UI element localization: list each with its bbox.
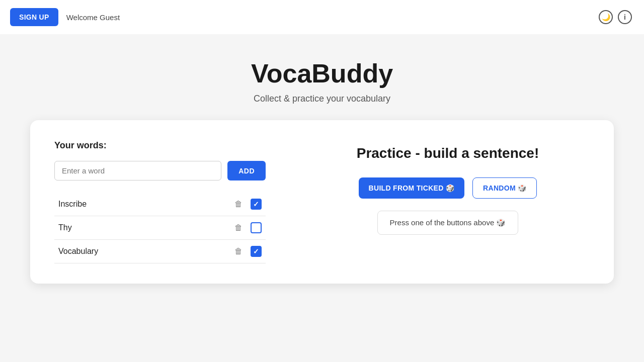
welcome-text: Welcome Guest [66,13,120,22]
word-checkbox[interactable] [251,222,262,233]
left-section: Your words: ADD Inscribe 🗑 Thy 🗑 Vocabul… [54,140,266,263]
build-from-ticked-button[interactable]: BUILD FROM TICKED 🎲 [359,177,464,199]
word-item: Vocabulary 🗑 [54,240,266,263]
word-input[interactable] [54,161,221,180]
signup-button[interactable]: SIGN UP [10,8,58,26]
practice-hint-box: Press one of the buttons above 🎲 [377,211,519,235]
word-item: Thy 🗑 [54,216,266,240]
delete-icon[interactable]: 🗑 [234,247,243,256]
header: SIGN UP Welcome Guest 🌙 i [0,0,644,34]
delete-icon[interactable]: 🗑 [234,223,243,232]
main-card: Your words: ADD Inscribe 🗑 Thy 🗑 Vocabul… [30,120,614,284]
word-name: Thy [58,223,228,232]
your-words-label: Your words: [54,140,266,151]
info-icon[interactable]: i [618,10,632,24]
add-button[interactable]: ADD [227,161,266,180]
word-name: Vocabulary [58,247,228,256]
dark-mode-icon[interactable]: 🌙 [599,10,613,24]
random-button[interactable]: RANDOM 🎲 [472,177,537,199]
word-checkbox[interactable] [251,246,262,257]
delete-icon[interactable]: 🗑 [234,200,243,209]
word-list: Inscribe 🗑 Thy 🗑 Vocabulary 🗑 [54,193,266,263]
practice-buttons: BUILD FROM TICKED 🎲 RANDOM 🎲 [359,177,537,199]
word-item: Inscribe 🗑 [54,193,266,216]
hero-section: VocaBuddy Collect & practice your vocabu… [0,34,644,120]
header-icons: 🌙 i [599,10,632,24]
practice-title: Practice - build a sentence! [357,145,539,161]
app-subtitle: Collect & practice your vocabulary [0,94,644,104]
app-title: VocaBuddy [0,58,644,88]
word-checkbox[interactable] [251,199,262,210]
right-section: Practice - build a sentence! BUILD FROM … [306,140,590,263]
add-word-row: ADD [54,161,266,180]
word-name: Inscribe [58,200,228,209]
